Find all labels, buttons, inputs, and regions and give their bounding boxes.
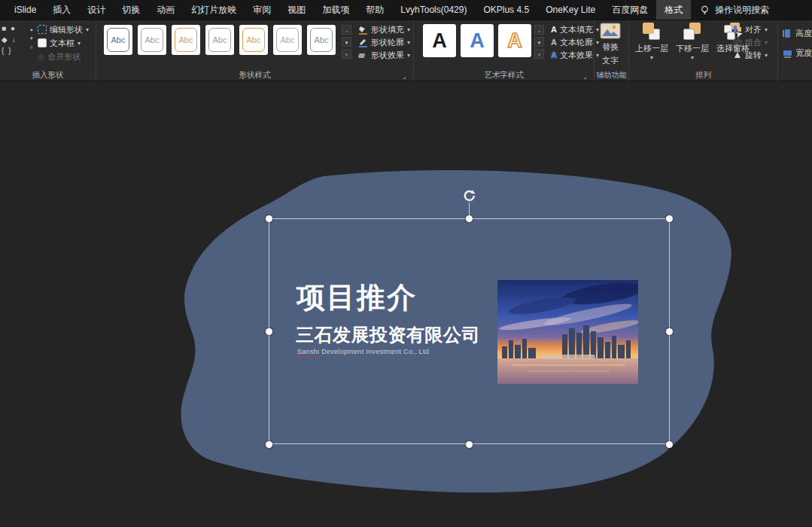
align-icon — [733, 25, 742, 34]
alt-text-button[interactable]: 替换 文字 — [600, 23, 621, 66]
wordart-style-2[interactable]: A — [461, 24, 494, 57]
chevron-down-icon: ▾ — [650, 54, 653, 61]
bring-forward-button[interactable]: 上移一层 ▾ — [632, 23, 671, 61]
tab-animations[interactable]: 动画 — [148, 0, 183, 20]
selection-handle-top-middle[interactable] — [466, 215, 473, 222]
tab-review[interactable]: 审阅 — [245, 0, 279, 20]
chevron-down-icon: ▾ — [407, 39, 410, 46]
merge-shapes-icon: ◎ — [38, 52, 45, 62]
edit-shape-button[interactable]: 编辑形状 ▾ — [38, 23, 89, 35]
shape-style-4[interactable]: Abc — [205, 25, 234, 55]
shape-style-2[interactable]: Abc — [138, 25, 166, 55]
wordart-scroll-down[interactable]: ▾ — [534, 37, 544, 47]
company-en-rest: Development Investment Co., Ltd — [319, 348, 429, 355]
shape-style-7[interactable]: Abc — [307, 25, 336, 55]
align-button[interactable]: 对齐 ▾ — [733, 23, 768, 35]
group-insert-shapes: ■● ◆↓ {} ▴ ▾ ▿ 编辑形状 ▾ 文本框 ▾ ◎ 合并形状 — [0, 20, 96, 81]
shape-style-1[interactable]: Abc — [104, 25, 132, 55]
shape-style-5[interactable]: Abc — [239, 25, 268, 55]
shape-style-scroll-up[interactable]: ▴ — [342, 25, 351, 35]
shape-gallery-down-icon[interactable]: ▾ — [30, 35, 33, 41]
slide-editing-canvas[interactable]: 项目推介 三石发展投资有限公司 Sanshi Development Inves… — [0, 81, 812, 527]
width-icon — [783, 48, 792, 58]
slide-company-name-cn[interactable]: 三石发展投资有限公司 — [296, 323, 480, 347]
tab-slideshow[interactable]: 幻灯片放映 — [183, 0, 245, 20]
shape-fill-button[interactable]: 形状填充 ▾ — [358, 23, 410, 35]
tab-help[interactable]: 帮助 — [357, 0, 392, 20]
group-label-arrange: 排列 — [629, 70, 777, 81]
text-box-icon — [38, 38, 47, 47]
tab-insert[interactable]: 插入 — [44, 0, 79, 20]
rotate-icon — [733, 50, 742, 59]
group-shape-styles: Abc Abc Abc Abc Abc Abc Abc ▴ ▾ ▿ 形状填充 ▾ — [96, 20, 414, 81]
tab-addins[interactable]: 加载项 — [314, 0, 357, 20]
selection-handle-top-left[interactable] — [266, 215, 272, 222]
group-size: 高度 宽度 — [778, 20, 812, 81]
selection-handle-middle-right[interactable] — [666, 328, 673, 335]
brace-shape-icon[interactable]: { — [2, 45, 4, 56]
group-label-wordart-styles: 艺术字样式 — [414, 70, 594, 81]
wordart-dialog-launcher-icon[interactable]: ⌟ — [583, 72, 591, 80]
group-objects-icon — [733, 38, 742, 47]
oval-shape-icon[interactable]: ● — [11, 23, 15, 34]
shape-gallery-up-icon[interactable]: ▴ — [30, 26, 33, 32]
group-accessibility: 替换 文字 辅助功能 — [595, 20, 629, 81]
tab-baidu-netdisk[interactable]: 百度网盘 — [604, 0, 656, 20]
chevron-down-icon: ▾ — [86, 26, 89, 33]
selection-handle-bottom-left[interactable] — [266, 441, 272, 448]
tell-me-search[interactable]: 操作说明搜索 — [691, 0, 778, 20]
diamond-shape-icon[interactable]: ◆ — [2, 34, 8, 45]
text-effects-button[interactable]: A 文本效果 ▾ — [551, 49, 599, 61]
shape-styles-dialog-launcher-icon[interactable]: ⌟ — [403, 72, 410, 80]
shape-style-more-button[interactable]: ▿ — [342, 49, 351, 59]
text-box-button[interactable]: 文本框 ▾ — [38, 37, 81, 49]
text-fill-icon: A — [551, 25, 557, 34]
shape-style-3[interactable]: Abc — [172, 25, 200, 55]
text-outline-button[interactable]: A 文本轮廓 ▾ — [551, 36, 599, 48]
text-fill-button[interactable]: A 文本填充 ▾ — [551, 23, 599, 35]
edit-shape-icon — [38, 25, 47, 34]
tab-design[interactable]: 设计 — [79, 0, 114, 20]
send-backward-button[interactable]: 下移一层 ▾ — [673, 23, 712, 61]
shape-effects-button[interactable]: 形状效果 ▾ — [358, 49, 410, 61]
wordart-style-3[interactable]: A — [498, 24, 531, 57]
tab-onekey-lite[interactable]: OneKey Lite — [537, 0, 604, 20]
wordart-scroll-up[interactable]: ▴ — [534, 25, 544, 35]
width-field-label[interactable]: 宽度 — [783, 47, 812, 59]
shape-gallery-more-icon[interactable]: ▿ — [30, 44, 33, 50]
city-sunset-photo[interactable] — [497, 280, 638, 384]
tab-view[interactable]: 视图 — [279, 0, 314, 20]
tab-transitions[interactable]: 切换 — [114, 0, 148, 20]
wordart-more-button[interactable]: ▿ — [534, 49, 544, 59]
selection-handle-bottom-right[interactable] — [666, 441, 673, 448]
shape-effects-icon — [358, 50, 368, 60]
tab-lvyhtools[interactable]: LvyhTools(0429) — [392, 0, 475, 20]
tab-okplus[interactable]: OKPlus 4.5 — [475, 0, 537, 20]
selection-handle-top-right[interactable] — [666, 215, 673, 222]
format-ribbon: ■● ◆↓ {} ▴ ▾ ▿ 编辑形状 ▾ 文本框 ▾ ◎ 合并形状 — [0, 20, 812, 81]
tab-islide[interactable]: iSlide — [6, 0, 44, 20]
presentation-app-window: iSlide 插入 设计 切换 动画 幻灯片放映 审阅 视图 加载项 帮助 Lv… — [0, 0, 812, 527]
arrow-shape-icon[interactable]: ↓ — [12, 34, 16, 45]
shape-outline-button[interactable]: 形状轮廓 ▾ — [358, 36, 410, 48]
brace-close-shape-icon[interactable]: } — [8, 45, 11, 56]
tab-format[interactable]: 格式 — [656, 0, 691, 20]
chevron-down-icon: ▾ — [78, 40, 81, 47]
shape-style-6[interactable]: Abc — [273, 25, 302, 55]
rotate-button[interactable]: 旋转 ▾ — [733, 49, 768, 61]
slide-title-text[interactable]: 项目推介 — [297, 283, 417, 313]
group-wordart-styles: A A A ▴ ▾ ▿ A 文本填充 ▾ A 文本轮廓 ▾ A 文本效果 — [414, 20, 595, 81]
selection-handle-bottom-middle[interactable] — [466, 441, 473, 448]
chevron-down-icon: ▾ — [765, 52, 768, 59]
slide-company-name-en[interactable]: Sanshi Development Investment Co., Ltd — [297, 348, 429, 355]
rectangle-shape-icon[interactable]: ■ — [2, 23, 6, 34]
shape-gallery-mini[interactable]: ■● ◆↓ {} — [2, 23, 29, 56]
selection-handle-middle-left[interactable] — [266, 328, 272, 335]
group-label-accessibility: 辅助功能 — [595, 70, 628, 81]
height-field-label[interactable]: 高度 — [783, 27, 812, 39]
rotation-handle-icon[interactable] — [462, 188, 477, 203]
lightbulb-icon — [700, 5, 710, 15]
wordart-style-1[interactable]: A — [423, 24, 456, 57]
shape-style-scroll-down[interactable]: ▾ — [342, 37, 351, 47]
chevron-down-icon: ▾ — [691, 54, 694, 61]
